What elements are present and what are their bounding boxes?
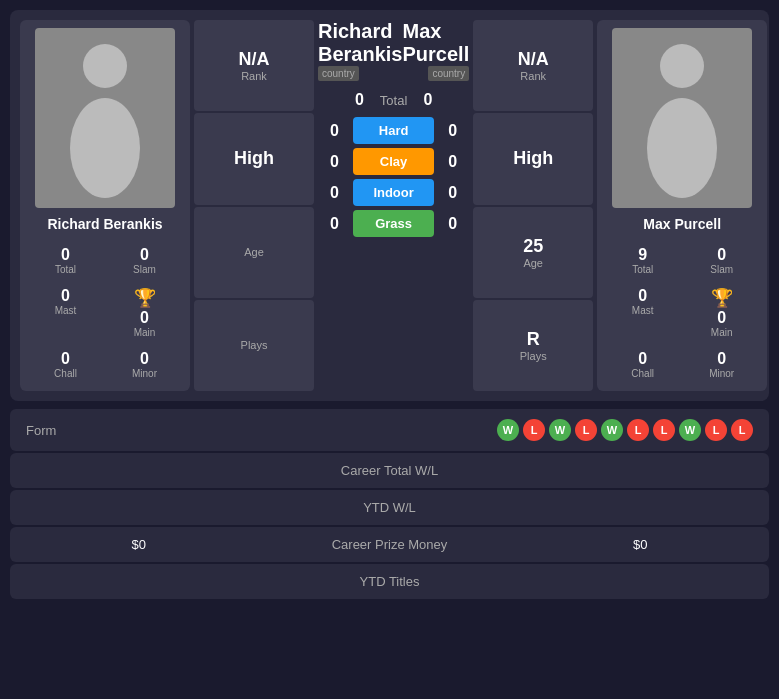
grass-button: Grass — [353, 210, 434, 237]
clay-right-score: 0 — [440, 153, 465, 171]
right-total-value: 9 — [638, 246, 647, 264]
left-mast-value: 0 — [61, 287, 70, 305]
left-high-value: High — [234, 148, 274, 169]
left-age-label: Age — [244, 246, 264, 258]
left-chall-value: 0 — [61, 350, 70, 368]
right-slam-value: 0 — [717, 246, 726, 264]
indoor-button: Indoor — [353, 179, 434, 206]
form-badge-9: L — [731, 419, 753, 441]
hard-row: 0 Hard 0 — [322, 117, 465, 144]
svg-point-0 — [83, 44, 127, 88]
right-player-photo — [612, 28, 752, 208]
left-player-stats: 0 Total 0 Slam 0 Mast 🏆 0 Main 0 — [28, 242, 182, 383]
left-plays-label: Plays — [241, 339, 268, 351]
right-main-value: 0 — [717, 309, 726, 327]
grass-right-score: 0 — [440, 215, 465, 233]
left-country-img: country — [318, 66, 359, 81]
left-age-box: Age — [194, 207, 314, 298]
right-chall-value: 0 — [638, 350, 647, 368]
ytd-titles-label: YTD Titles — [26, 574, 753, 589]
left-player-name: Richard Berankis — [47, 216, 162, 232]
career-prize-row: $0 Career Prize Money $0 — [10, 527, 769, 562]
left-country-badge: country — [318, 66, 359, 81]
right-minor-label: Minor — [709, 368, 734, 379]
player-headers: RichardBerankis country Max Purcell coun… — [318, 20, 469, 81]
clay-left-score: 0 — [322, 153, 347, 171]
left-slam-value: 0 — [140, 246, 149, 264]
form-label: Form — [26, 423, 390, 438]
left-total-label: Total — [55, 264, 76, 275]
right-plays-box: R Plays — [473, 300, 593, 391]
career-prize-right: $0 — [633, 537, 753, 552]
left-trophy-icon: 🏆 — [134, 287, 156, 309]
right-player-name: Max Purcell — [643, 216, 721, 232]
right-slam-label: Slam — [710, 264, 733, 275]
left-minor-label: Minor — [132, 368, 157, 379]
form-badge-3: L — [575, 419, 597, 441]
svg-point-1 — [70, 98, 140, 198]
right-rank-box: N/A Rank — [473, 20, 593, 111]
left-mast-label: Mast — [55, 305, 77, 316]
left-player-title: RichardBerankis — [318, 20, 403, 66]
left-main-label: Main — [134, 327, 156, 338]
total-left-score: 0 — [347, 91, 372, 109]
right-mast-label: Mast — [632, 305, 654, 316]
indoor-row: 0 Indoor 0 — [322, 179, 465, 206]
left-rank-box: N/A Rank — [194, 20, 314, 111]
right-country-badge: country — [428, 66, 469, 81]
total-row: 0 Total 0 — [318, 91, 469, 109]
left-plays-box: Plays — [194, 300, 314, 391]
right-mast-value: 0 — [638, 287, 647, 305]
career-total-row: Career Total W/L — [10, 453, 769, 488]
hard-left-score: 0 — [322, 122, 347, 140]
left-rank-label: Rank — [241, 70, 267, 82]
right-plays-value: R — [527, 329, 540, 350]
form-badge-8: L — [705, 419, 727, 441]
right-header: Max Purcell country — [403, 20, 470, 81]
career-prize-left: $0 — [26, 537, 146, 552]
hard-right-score: 0 — [440, 122, 465, 140]
clay-row: 0 Clay 0 — [322, 148, 465, 175]
total-label: Total — [380, 93, 407, 108]
hard-button: Hard — [353, 117, 434, 144]
right-rank-label: Rank — [520, 70, 546, 82]
right-high-value: High — [513, 148, 553, 169]
ytd-wl-row: YTD W/L — [10, 490, 769, 525]
right-total-label: Total — [632, 264, 653, 275]
right-player-stats: 9 Total 0 Slam 0 Mast 🏆 0 Main 0 — [605, 242, 759, 383]
right-age-label: Age — [523, 257, 543, 269]
right-chall-label: Chall — [631, 368, 654, 379]
total-right-score: 0 — [415, 91, 440, 109]
form-badge-4: W — [601, 419, 623, 441]
right-player-title: Max Purcell — [403, 20, 470, 66]
left-header: RichardBerankis country — [318, 20, 403, 81]
form-badge-2: W — [549, 419, 571, 441]
left-high-box: High — [194, 113, 314, 204]
form-badge-7: W — [679, 419, 701, 441]
left-total-value: 0 — [61, 246, 70, 264]
form-badge-1: L — [523, 419, 545, 441]
right-stats-panel: N/A Rank High 25 Age R Plays — [473, 20, 593, 391]
left-middle-stats: N/A Rank High Age Plays — [194, 20, 314, 391]
career-total-label: Career Total W/L — [26, 463, 753, 478]
form-badge-6: L — [653, 419, 675, 441]
courts-container: 0 Hard 0 0 Clay 0 0 Indoor 0 0 Grass — [318, 117, 469, 237]
ytd-titles-row: YTD Titles — [10, 564, 769, 599]
right-age-box: 25 Age — [473, 207, 593, 298]
ytd-wl-label: YTD W/L — [26, 500, 753, 515]
grass-row: 0 Grass 0 — [322, 210, 465, 237]
form-badge-5: L — [627, 419, 649, 441]
left-minor-value: 0 — [140, 350, 149, 368]
indoor-left-score: 0 — [322, 184, 347, 202]
right-trophy-icon: 🏆 — [711, 287, 733, 309]
grass-left-score: 0 — [322, 215, 347, 233]
left-chall-label: Chall — [54, 368, 77, 379]
center-section: RichardBerankis country Max Purcell coun… — [318, 20, 469, 391]
svg-point-3 — [647, 98, 717, 198]
left-rank-value: N/A — [239, 49, 270, 70]
right-country-img: country — [428, 66, 469, 81]
form-row: Form WLWLWLLWLL — [10, 409, 769, 451]
indoor-right-score: 0 — [440, 184, 465, 202]
bottom-section: Form WLWLWLLWLL Career Total W/L YTD W/L… — [10, 409, 769, 599]
left-slam-label: Slam — [133, 264, 156, 275]
